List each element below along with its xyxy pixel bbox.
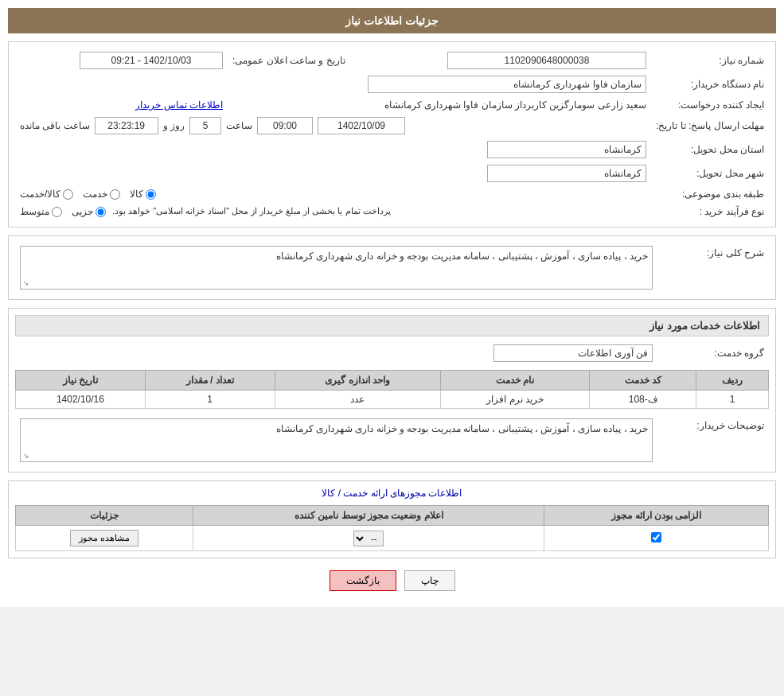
row-purchase-type: نوع فرآیند خرید : متوسط جزیی xyxy=(15,203,769,220)
city-label: شهر محل تحویل: xyxy=(651,161,769,185)
description-section: شرح کلی نیاز: خرید ، پیاده سازی ، آموزش … xyxy=(8,235,776,300)
row-buyer-desc: توضیحات خریدار: خرید ، پیاده سازی ، آموز… xyxy=(15,415,769,465)
row-creator: ایجاد کننده درخواست: سعید زارعی سومارگزی… xyxy=(15,96,769,114)
header-title: جزئیات اطلاعات نیاز xyxy=(345,14,439,27)
services-title: اطلاعات خدمات مورد نیاز xyxy=(15,315,769,336)
creator-value: سعید زارعی سومارگزین کاربرداز سازمان فاو… xyxy=(228,96,651,114)
announce-date-label: تاریخ و ساعت اعلان عمومی: xyxy=(228,49,361,72)
days-label: روز و xyxy=(163,120,185,131)
print-button[interactable]: چاپ xyxy=(404,570,455,591)
view-permit-button[interactable]: مشاهده مجوز xyxy=(70,530,138,546)
time-label: ساعت xyxy=(226,120,252,131)
row-city: شهر محل تحویل: کرمانشاه xyxy=(15,161,769,185)
row-description: شرح کلی نیاز: خرید ، پیاده سازی ، آموزش … xyxy=(15,243,769,293)
category-goods: کالا xyxy=(130,189,156,200)
footer-buttons: چاپ بازگشت xyxy=(8,570,776,591)
announce-date-input: 1402/10/03 - 09:21 xyxy=(80,52,223,69)
purchase-type-label: نوع فرآیند خرید : xyxy=(651,203,769,220)
row-response-date: مهلت ارسال پاسخ: تا تاریخ: ساعت باقی مان… xyxy=(15,114,769,138)
col-count: تعداد / مقدار xyxy=(145,371,275,391)
purchase-medium: متوسط xyxy=(20,206,62,217)
col-required: الزامی بودن ارائه مجوز xyxy=(544,506,769,526)
info-section: شماره نیاز: 1102090648000038 تاریخ و ساع… xyxy=(8,41,776,227)
need-number-label: شماره نیاز: xyxy=(651,49,769,72)
row-category: طبقه بندی موضوعی: کالا/خدمت خدمت کالا xyxy=(15,185,769,203)
row-province: استان محل تحویل: کرمانشاه xyxy=(15,138,769,161)
col-date: تاریخ نیاز xyxy=(16,371,146,391)
status-select[interactable]: ∨-- xyxy=(353,531,384,546)
services-section: اطلاعات خدمات مورد نیاز گروه خدمت: فن آو… xyxy=(8,308,776,472)
category-radio-goods-service[interactable] xyxy=(63,189,73,200)
col-status: اعلام وضعیت مجوز توسط نامین کننده xyxy=(193,506,544,526)
required-checkbox[interactable] xyxy=(651,532,661,542)
time-input: 09:00 xyxy=(257,117,313,134)
category-service: خدمت xyxy=(83,189,120,200)
category-goods-service: کالا/خدمت xyxy=(20,189,73,200)
row-service-group: گروه خدمت: فن آوری اطلاعات xyxy=(15,341,769,365)
permits-table: الزامی بودن ارائه مجوز اعلام وضعیت مجوز … xyxy=(15,505,769,551)
service-group-label: گروه خدمت: xyxy=(657,341,769,365)
buyer-org-input: سازمان فاوا شهرداری کرمانشاه xyxy=(368,76,646,93)
row-need-number: شماره نیاز: 1102090648000038 تاریخ و ساع… xyxy=(15,49,769,72)
need-number-value: 1102090648000038 xyxy=(361,49,651,72)
description-box: خرید ، پیاده سازی ، آموزش ، پشتیبانی ، س… xyxy=(20,246,653,290)
back-button[interactable]: بازگشت xyxy=(330,570,396,591)
announce-date-value: 1402/10/03 - 09:21 xyxy=(15,49,228,72)
purchase-radio-minor[interactable] xyxy=(96,207,106,217)
services-table: ردیف کد خدمت نام خدمت واحد اندازه گیری ت… xyxy=(15,370,769,409)
permits-link[interactable]: اطلاعات مجوزهای ارائه خدمت / کالا xyxy=(322,488,462,499)
contact-link[interactable]: اطلاعات تماس خریدار xyxy=(135,99,223,111)
purchase-radio-group: متوسط جزیی xyxy=(20,206,106,217)
purchase-note: پرداخت تمام یا بخشی از مبلغ خریدار از مح… xyxy=(112,206,391,216)
col-code: کد خدمت xyxy=(590,371,696,391)
table-row: ∨--مشاهده مجوز xyxy=(16,526,769,551)
purchase-minor: جزیی xyxy=(72,206,106,217)
response-date-input: 1402/10/09 xyxy=(318,117,405,134)
category-radio-service[interactable] xyxy=(110,189,120,200)
response-date-fields: ساعت باقی مانده 23:23:19 روز و 5 ساعت 09… xyxy=(15,114,651,138)
service-group-input: فن آوری اطلاعات xyxy=(493,344,653,362)
category-radio-group: کالا/خدمت خدمت کالا xyxy=(20,189,646,200)
description-label: شرح کلی نیاز: xyxy=(657,243,769,293)
province-input: کرمانشاه xyxy=(487,141,646,158)
buyer-desc-box: خرید ، پیاده سازی ، آموزش ، پشتیبانی ، س… xyxy=(20,418,653,462)
table-row: 1ف-108خرید نرم افزارعدد11402/10/16 xyxy=(16,391,769,409)
creator-label: ایجاد کننده درخواست: xyxy=(651,96,769,114)
buyer-desc-label: توضیحات خریدار: xyxy=(657,415,769,465)
city-input: کرمانشاه xyxy=(487,165,646,182)
col-details: جزئیات xyxy=(16,506,193,526)
purchase-radio-medium[interactable] xyxy=(52,207,62,217)
remaining-label: ساعت باقی مانده xyxy=(20,120,90,131)
remaining-time-input: 23:23:19 xyxy=(95,117,158,134)
col-row: ردیف xyxy=(696,371,769,391)
response-date-label: مهلت ارسال پاسخ: تا تاریخ: xyxy=(651,114,769,138)
province-label: استان محل تحویل: xyxy=(651,138,769,161)
row-buyer-org: نام دستگاه خریدار: سازمان فاوا شهرداری ک… xyxy=(15,72,769,96)
category-radio-goods[interactable] xyxy=(146,189,156,200)
col-name: نام خدمت xyxy=(441,371,590,391)
col-unit: واحد اندازه گیری xyxy=(275,371,440,391)
buyer-org-value: سازمان فاوا شهرداری کرمانشاه xyxy=(15,72,651,96)
buyer-org-label: نام دستگاه خریدار: xyxy=(651,72,769,96)
category-label: طبقه بندی موضوعی: xyxy=(651,185,769,203)
need-number-input: 1102090648000038 xyxy=(447,52,646,69)
days-input: 5 xyxy=(189,117,221,134)
permits-section: اطلاعات مجوزهای ارائه خدمت / کالا الزامی… xyxy=(8,480,776,558)
info-table: شماره نیاز: 1102090648000038 تاریخ و ساع… xyxy=(15,49,769,220)
page-header: جزئیات اطلاعات نیاز xyxy=(8,8,776,33)
